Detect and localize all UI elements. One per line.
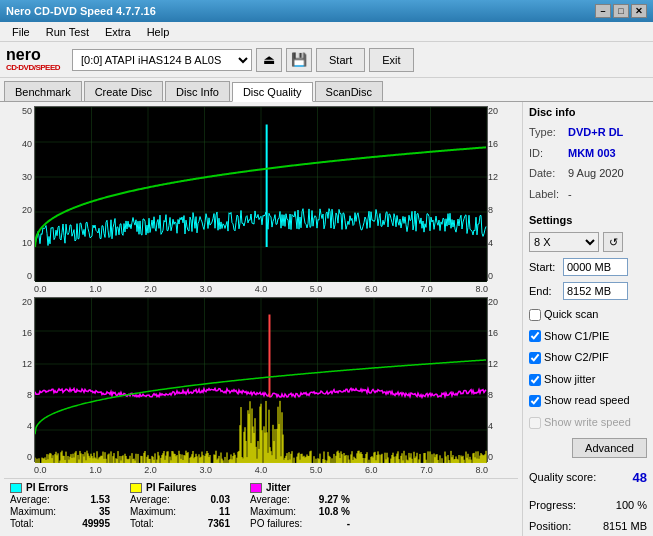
top-y-labels-right: 20 16 12 8 4 0	[488, 106, 514, 281]
pi-failures-max-row: Maximum: 11	[130, 506, 230, 517]
date-label: Date:	[529, 165, 564, 182]
tab-disc-quality[interactable]: Disc Quality	[232, 82, 313, 102]
chart-area: 50 40 30 20 10 0 20 16 12 8 4 0 0.01.0 2…	[0, 102, 522, 536]
pi-errors-avg-label: Average:	[10, 494, 50, 505]
po-failures-value: -	[347, 518, 350, 529]
show-write-speed-checkbox	[529, 417, 541, 429]
jitter-group: Jitter Average: 9.27 % Maximum: 10.8 % P…	[250, 482, 350, 529]
type-label: Type:	[529, 124, 564, 141]
start-input[interactable]	[563, 258, 628, 276]
pi-failures-total-label: Total:	[130, 518, 154, 529]
toolbar: nero CD·DVD/SPEED [0:0] ATAPI iHAS124 B …	[0, 42, 653, 78]
quick-scan-row: Quick scan	[529, 306, 647, 324]
save-button[interactable]: 💾	[286, 48, 312, 72]
show-jitter-row: Show jitter	[529, 371, 647, 389]
nero-logo-text: nero	[6, 47, 60, 63]
jitter-label: Jitter	[266, 482, 290, 493]
show-write-speed-label: Show write speed	[544, 414, 631, 432]
end-label: End:	[529, 285, 559, 297]
title-bar-buttons: – □ ✕	[595, 4, 647, 18]
eject-button[interactable]: ⏏	[256, 48, 282, 72]
pi-errors-total-row: Total: 49995	[10, 518, 110, 529]
pi-failures-header: PI Failures	[130, 482, 230, 493]
tabs-bar: Benchmark Create Disc Disc Info Disc Qua…	[0, 78, 653, 102]
settings-title: Settings	[529, 214, 647, 226]
position-value: 8151 MB	[603, 518, 647, 536]
id-label: ID:	[529, 145, 564, 162]
menu-extra[interactable]: Extra	[97, 24, 139, 40]
pi-errors-avg-row: Average: 1.53	[10, 494, 110, 505]
jitter-max-label: Maximum:	[250, 506, 296, 517]
drive-select[interactable]: [0:0] ATAPI iHAS124 B AL0S	[72, 49, 252, 71]
start-button[interactable]: Start	[316, 48, 365, 72]
pi-errors-max-row: Maximum: 35	[10, 506, 110, 517]
pi-failures-avg-row: Average: 0.03	[130, 494, 230, 505]
progress-label: Progress:	[529, 497, 576, 515]
position-row: Position: 8151 MB	[529, 518, 647, 536]
bottom-x-labels: 0.01.0 2.03.0 4.05.0 6.07.0 8.0	[34, 464, 488, 476]
right-panel: Disc info Type: DVD+R DL ID: MKM 003 Dat…	[522, 102, 653, 536]
speed-row: 8 X ↺	[529, 232, 647, 252]
po-failures-label: PO failures:	[250, 518, 302, 529]
app-title: Nero CD-DVD Speed 4.7.7.16	[6, 5, 156, 17]
jitter-header: Jitter	[250, 482, 350, 493]
tab-scan-disc[interactable]: ScanDisc	[315, 81, 383, 101]
show-c1-pie-checkbox[interactable]	[529, 330, 541, 342]
end-row: End:	[529, 282, 647, 300]
tab-create-disc[interactable]: Create Disc	[84, 81, 163, 101]
pi-errors-avg-value: 1.53	[91, 494, 110, 505]
advanced-button[interactable]: Advanced	[572, 438, 647, 458]
jitter-avg-row: Average: 9.27 %	[250, 494, 350, 505]
position-label: Position:	[529, 518, 571, 536]
end-input[interactable]	[563, 282, 628, 300]
pi-failures-avg-value: 0.03	[211, 494, 230, 505]
pi-errors-header: PI Errors	[10, 482, 110, 493]
pi-errors-group: PI Errors Average: 1.53 Maximum: 35 Tota…	[10, 482, 110, 529]
show-c2-pif-checkbox[interactable]	[529, 352, 541, 364]
menu-run-test[interactable]: Run Test	[38, 24, 97, 40]
menu-bar: File Run Test Extra Help	[0, 22, 653, 42]
quality-score-value: 48	[633, 470, 647, 485]
id-row: ID: MKM 003	[529, 145, 647, 162]
date-value: 9 Aug 2020	[568, 165, 624, 182]
show-jitter-checkbox[interactable]	[529, 374, 541, 386]
stats-bar: PI Errors Average: 1.53 Maximum: 35 Tota…	[4, 478, 518, 532]
title-bar: Nero CD-DVD Speed 4.7.7.16 – □ ✕	[0, 0, 653, 22]
menu-file[interactable]: File	[4, 24, 38, 40]
po-failures-row: PO failures: -	[250, 518, 350, 529]
speed-select[interactable]: 8 X	[529, 232, 599, 252]
pi-errors-label: PI Errors	[26, 482, 68, 493]
maximize-button[interactable]: □	[613, 4, 629, 18]
show-read-speed-checkbox[interactable]	[529, 395, 541, 407]
show-c1-pie-row: Show C1/PIE	[529, 328, 647, 346]
start-row: Start:	[529, 258, 647, 276]
main-content: 50 40 30 20 10 0 20 16 12 8 4 0 0.01.0 2…	[0, 102, 653, 536]
show-read-speed-row: Show read speed	[529, 392, 647, 410]
pi-errors-color	[10, 483, 22, 493]
jitter-max-value: 10.8 %	[319, 506, 350, 517]
quality-score-row: Quality score: 48	[529, 470, 647, 485]
nero-logo-sub: CD·DVD/SPEED	[6, 63, 60, 72]
pi-errors-total-label: Total:	[10, 518, 34, 529]
refresh-button[interactable]: ↺	[603, 232, 623, 252]
jitter-avg-label: Average:	[250, 494, 290, 505]
pi-failures-total-value: 7361	[208, 518, 230, 529]
quick-scan-checkbox[interactable]	[529, 309, 541, 321]
disc-label-label: Label:	[529, 186, 564, 203]
pi-errors-total-value: 49995	[82, 518, 110, 529]
nero-logo: nero CD·DVD/SPEED	[6, 47, 60, 72]
disc-label-value: -	[568, 186, 572, 203]
pi-failures-color	[130, 483, 142, 493]
pi-failures-label: PI Failures	[146, 482, 197, 493]
bottom-chart-wrapper: 20 16 12 8 4 0 20 16 12 8 4 0	[34, 297, 488, 462]
show-c1-pie-label: Show C1/PIE	[544, 328, 609, 346]
top-x-labels: 0.01.0 2.03.0 4.05.0 6.07.0 8.0	[34, 283, 488, 295]
tab-disc-info[interactable]: Disc Info	[165, 81, 230, 101]
menu-help[interactable]: Help	[139, 24, 178, 40]
close-button[interactable]: ✕	[631, 4, 647, 18]
minimize-button[interactable]: –	[595, 4, 611, 18]
exit-button[interactable]: Exit	[369, 48, 413, 72]
quality-score-label: Quality score:	[529, 471, 596, 483]
tab-benchmark[interactable]: Benchmark	[4, 81, 82, 101]
progress-row: Progress: 100 %	[529, 497, 647, 515]
